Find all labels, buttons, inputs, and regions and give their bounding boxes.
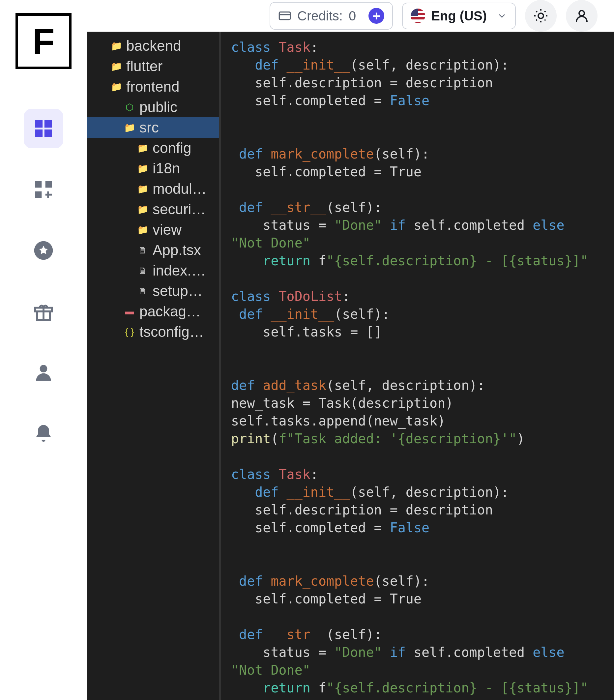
tree-item-label: modul… [153, 180, 206, 197]
svg-rect-0 [35, 120, 43, 128]
tree-item-label: backend [126, 38, 181, 54]
tree-item-label: index.… [153, 262, 206, 279]
tree-item-backend[interactable]: 📁backend [87, 36, 219, 56]
code-pane[interactable]: class Task: def __init__(self, descripti… [219, 32, 614, 700]
bell-icon [32, 422, 55, 445]
tree-item-label: flutter [126, 58, 162, 74]
tree-item-label: view [153, 222, 181, 238]
tree-item-label: App.tsx [153, 242, 201, 258]
chevron-down-icon [497, 11, 507, 21]
svg-rect-5 [46, 181, 52, 188]
gift-icon [32, 300, 55, 323]
tree-item-label: frontend [126, 78, 179, 95]
card-icon [278, 9, 291, 22]
tree-item-label: packag… [139, 303, 201, 320]
svg-rect-1 [45, 120, 52, 128]
nav-rewards[interactable] [24, 292, 63, 331]
svg-rect-4 [35, 181, 42, 188]
editor: 📁backend📁flutter📁frontend⬡public📁src📁con… [87, 32, 614, 700]
add-credits-icon[interactable]: + [368, 8, 384, 24]
svg-rect-6 [35, 191, 42, 198]
nav-favorites[interactable] [24, 231, 63, 270]
svg-rect-2 [35, 129, 43, 137]
tree-item-securi[interactable]: 📁securi… [87, 199, 219, 220]
tree-item-label: config [153, 140, 191, 156]
tree-item-frontend[interactable]: 📁frontend [87, 76, 219, 97]
person-icon [32, 361, 55, 384]
sun-icon [533, 8, 549, 24]
account-button[interactable] [566, 0, 598, 32]
flag-us-icon [411, 9, 425, 23]
topbar: Credits: 0 + Eng (US) [87, 0, 614, 32]
svg-rect-3 [45, 129, 52, 137]
nav-add-module[interactable] [24, 170, 63, 209]
tree-item-packag[interactable]: ▬packag… [87, 301, 219, 322]
svg-rect-11 [279, 12, 290, 20]
nav-profile[interactable] [24, 353, 63, 392]
file-tree[interactable]: 📁backend📁flutter📁frontend⬡public📁src📁con… [87, 32, 219, 700]
svg-point-10 [40, 365, 48, 372]
dashboard-icon [32, 117, 55, 140]
star-circle-icon [32, 239, 55, 262]
svg-point-12 [538, 13, 543, 18]
tree-item-src[interactable]: 📁src [87, 117, 219, 138]
tree-item-public[interactable]: ⬡public [87, 97, 219, 117]
tree-item-setup[interactable]: 🗎setup… [87, 281, 219, 301]
tree-item-i18n[interactable]: 📁i18n [87, 158, 219, 179]
theme-toggle[interactable] [525, 0, 557, 32]
credits-label: Credits: [297, 9, 343, 23]
tree-item-label: securi… [153, 201, 206, 217]
logo: F [15, 13, 72, 69]
credits-button[interactable]: Credits: 0 + [270, 2, 393, 30]
tree-item-flutter[interactable]: 📁flutter [87, 56, 219, 76]
main-area: Credits: 0 + Eng (US) 📁backend📁flutter📁f… [87, 0, 614, 700]
tree-item-label: src [139, 119, 159, 136]
left-rail: F [0, 0, 87, 700]
grid-plus-icon [32, 178, 55, 201]
nav-notifications[interactable] [24, 414, 63, 453]
tree-item-label: setup… [153, 283, 203, 299]
tree-item-index[interactable]: 🗎index.… [87, 260, 219, 281]
tree-item-apptsx[interactable]: 🗎App.tsx [87, 240, 219, 260]
tree-item-tsconfig[interactable]: { }tsconfig… [87, 322, 219, 342]
tree-item-label: tsconfig… [139, 324, 204, 340]
nav-dashboard[interactable] [24, 109, 63, 148]
svg-point-13 [579, 11, 584, 16]
user-icon [574, 8, 590, 24]
tree-item-modul[interactable]: 📁modul… [87, 179, 219, 199]
tree-item-label: i18n [153, 160, 180, 177]
credits-value: 0 [349, 9, 356, 23]
language-label: Eng (US) [431, 9, 487, 23]
tree-item-view[interactable]: 📁view [87, 220, 219, 240]
language-select[interactable]: Eng (US) [402, 3, 516, 29]
tree-item-label: public [139, 99, 177, 115]
tree-item-config[interactable]: 📁config [87, 138, 219, 158]
